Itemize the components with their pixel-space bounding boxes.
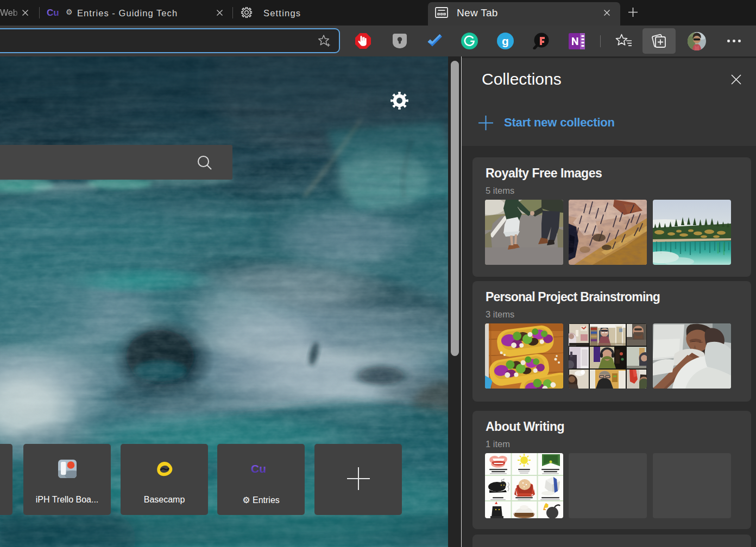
- svg-text:g: g: [502, 35, 509, 47]
- svg-text:Cu: Cu: [251, 462, 266, 475]
- svg-text:Cu: Cu: [47, 8, 59, 18]
